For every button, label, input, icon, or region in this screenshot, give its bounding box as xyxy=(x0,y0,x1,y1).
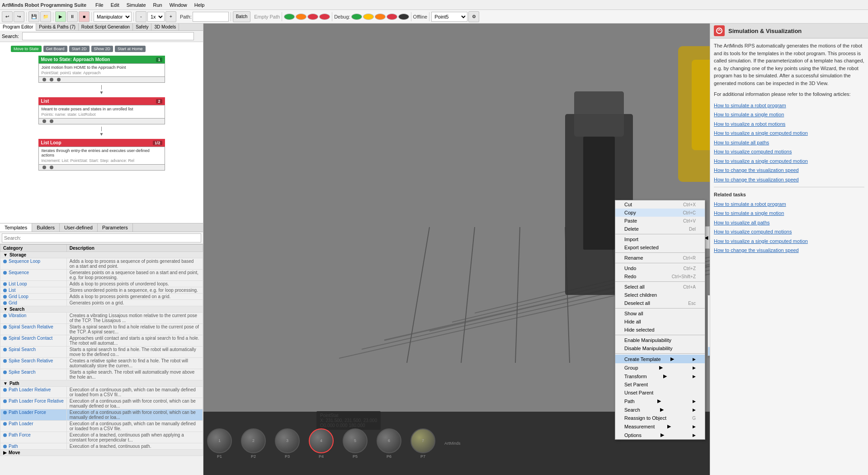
ctx-set-parent[interactable]: Set Parent xyxy=(615,380,705,389)
ctx-group[interactable]: Group ▶ xyxy=(615,363,705,372)
ctx-select-all[interactable]: Select all Ctrl+A xyxy=(615,283,705,291)
node3-header[interactable]: List Loop 1/2 xyxy=(38,139,165,147)
tmpl-item-vibration[interactable]: VibrationCreates a vibrating Lissajous m… xyxy=(0,313,203,324)
node2-header[interactable]: List 2 xyxy=(38,97,165,105)
menu-run[interactable]: Run xyxy=(150,0,166,10)
show-2d-btn[interactable]: Show 2D xyxy=(91,46,113,52)
start-2d-btn[interactable]: Start 2D xyxy=(69,46,90,52)
dial-5[interactable]: 5 xyxy=(343,428,368,453)
menu-file[interactable]: File xyxy=(92,0,107,10)
tmpl-section-storage[interactable]: ▼Storage xyxy=(0,252,203,258)
toolbar-rec-orange[interactable] xyxy=(296,14,307,20)
dial-6[interactable]: 6 xyxy=(377,428,401,453)
tmpl-item-path-loader-force[interactable]: Path Loader ForceExecution of a continuo… xyxy=(0,409,203,421)
tmpl-section-search[interactable]: ▼Search xyxy=(0,306,203,313)
ctx-delete[interactable]: Delete Del xyxy=(615,225,705,233)
ctx-path[interactable]: Path ▶ xyxy=(615,397,705,405)
dial-7[interactable]: 7 xyxy=(410,428,435,453)
toolbar-run[interactable]: ▶ xyxy=(55,11,66,22)
step-select[interactable]: 1x xyxy=(147,12,165,22)
ctx-rename[interactable]: Rename Ctrl+R xyxy=(615,254,705,262)
ctx-measurement[interactable]: Measurement ▶ xyxy=(615,422,705,431)
rp-link-6[interactable]: How to visualize computed motions xyxy=(714,148,864,156)
dial-2[interactable]: 2 xyxy=(241,428,266,453)
rp-link-5[interactable]: How to simulate all paths xyxy=(714,139,864,147)
rp-link-2[interactable]: How to simulate a single motion xyxy=(714,111,864,119)
rp-link-4[interactable]: How to visualize a single computed motio… xyxy=(714,129,864,137)
toolbar-debug-black[interactable] xyxy=(398,14,409,20)
dial-1[interactable]: 1 xyxy=(207,428,232,453)
move-to-state-btn[interactable]: Move to State xyxy=(11,46,42,52)
sub-basics[interactable]: Basics ▶ xyxy=(708,295,710,304)
toolbar-rec-green[interactable] xyxy=(284,14,295,20)
toolbar-rec-red[interactable] xyxy=(307,14,318,20)
toolbar-debug-green[interactable] xyxy=(351,14,362,20)
ctx-create-template[interactable]: Create Template ▶ xyxy=(615,355,705,363)
ctx-export[interactable]: Export selected xyxy=(615,243,705,252)
ctx-cut[interactable]: Cut Ctrl+X xyxy=(615,200,705,209)
ctx-redo[interactable]: Redo Ctrl+Shift+Z xyxy=(615,272,705,280)
sub-insert[interactable]: Insert ▶ xyxy=(708,313,710,321)
toolbar-plus[interactable]: + xyxy=(165,11,176,22)
ctx-enable-manip[interactable]: Enable Manipulability xyxy=(615,336,705,344)
point-select[interactable]: Point5 xyxy=(431,12,467,22)
toolbar-batch[interactable]: Batch xyxy=(233,11,251,22)
ctx-hide-selected[interactable]: Hide selected xyxy=(615,326,705,334)
tmpl-tab-parameters[interactable]: Parameters xyxy=(98,223,133,232)
menu-window[interactable]: Window xyxy=(166,0,191,10)
tab-program-editor[interactable]: Program Editor xyxy=(0,24,36,31)
tmpl-item-sequence[interactable]: SequenceGenerates points on a sequence b… xyxy=(0,270,203,281)
ctx-search[interactable]: Search ▶ xyxy=(615,405,705,414)
tmpl-item-path-loader-relative[interactable]: Path Loader RelativeExecution of a conti… xyxy=(0,387,203,398)
tmpl-item-grid[interactable]: GridGenerates points on a grid. xyxy=(0,300,203,306)
ctx-show-all[interactable]: Show all xyxy=(615,309,705,318)
ctx-unset-parent[interactable]: Unset Parent xyxy=(615,389,705,397)
rp-related-4[interactable]: How to visualize computed motions xyxy=(714,228,864,236)
rp-related-6[interactable]: How to change the visualization speed xyxy=(714,247,864,254)
ctx-hide-all[interactable]: Hide all xyxy=(615,318,705,326)
rp-related-2[interactable]: How to simulate a single motion xyxy=(714,209,864,217)
start-at-home-btn[interactable]: Start at Home xyxy=(115,46,146,52)
sub-path[interactable]: Path ▶ xyxy=(708,330,710,338)
tmpl-item-grid-loop[interactable]: Grid LoopAdds a loop to process points g… xyxy=(0,294,203,300)
rp-link-1[interactable]: How to simulate a robot program xyxy=(714,102,864,109)
ctx-options[interactable]: Options ▶ xyxy=(615,431,705,439)
ctx-copy[interactable]: Copy Ctrl+C xyxy=(615,209,705,217)
tmpl-tab-templates[interactable]: Templates xyxy=(0,223,32,232)
tmpl-item-path-force[interactable]: Path ForceExecution of a teached, contin… xyxy=(0,432,203,443)
sub-grasping[interactable]: Grasping ▶ xyxy=(708,304,710,313)
tab-3d-models[interactable]: 3D Models xyxy=(151,24,179,30)
tmpl-item-spiral-search-relative[interactable]: Spiral Search RelativeStarts a spiral se… xyxy=(0,324,203,335)
tmpl-item-spiral-search[interactable]: Spiral SearchStarts a spiral search to f… xyxy=(0,347,203,358)
template-search-input[interactable] xyxy=(2,233,201,242)
dial-3[interactable]: 3 xyxy=(275,428,300,453)
tmpl-item-sequence-loop[interactable]: Sequence LoopAdds a loop to process a se… xyxy=(0,258,203,270)
tmpl-item-spike-search-relative[interactable]: Spike Search RelativeCreates a relative … xyxy=(0,358,203,369)
toolbar-open[interactable]: 📁 xyxy=(40,11,51,22)
rp-related-5[interactable]: How to visualize a single computed motio… xyxy=(714,238,864,245)
tmpl-item-list-loop[interactable]: List LoopAdds a loop to process points o… xyxy=(0,281,203,287)
path-input[interactable] xyxy=(193,12,229,22)
tab-robot-script[interactable]: Robot Script Generation xyxy=(79,24,133,30)
get-board-btn[interactable]: Get Board xyxy=(43,46,67,52)
rp-link-9[interactable]: How to change the visualization speed xyxy=(714,176,864,184)
ctx-undo[interactable]: Undo Ctrl+Z xyxy=(615,264,705,272)
tmpl-item-path[interactable]: PathExecution of a teached, continuous p… xyxy=(0,443,203,450)
tab-points-paths[interactable]: Points & Paths (7) xyxy=(36,24,79,30)
sub-storage[interactable]: Storage ▶ xyxy=(708,347,710,356)
toolbar-debug-orange[interactable] xyxy=(375,14,386,20)
ctx-import[interactable]: Import xyxy=(615,235,705,243)
viewport[interactable]: 9 Points selected xyxy=(203,24,710,475)
tmpl-item-spiral-search-contact[interactable]: Spiral Search ContactApproaches until co… xyxy=(0,335,203,347)
ctx-paste[interactable]: Paste Ctrl+V xyxy=(615,217,705,225)
ctx-disable-manip[interactable]: Disable Manipulability xyxy=(615,344,705,352)
program-area[interactable]: Move to State Get Board Start 2D Show 2D… xyxy=(0,42,203,223)
dial-4[interactable]: 4 xyxy=(309,428,334,453)
toolbar-save[interactable]: 💾 xyxy=(28,11,39,22)
toolbar-pause[interactable]: ⏸ xyxy=(67,11,78,22)
rp-link-3[interactable]: How to visualize a robot motions xyxy=(714,120,864,128)
tmpl-item-spike-search[interactable]: Spike SearchStarts a spike search. The r… xyxy=(0,369,203,380)
tmpl-tab-user-defined[interactable]: User-defined xyxy=(60,223,98,232)
toolbar-rec-red2[interactable] xyxy=(319,14,330,20)
toolbar-redo[interactable]: ↪ xyxy=(14,11,24,22)
